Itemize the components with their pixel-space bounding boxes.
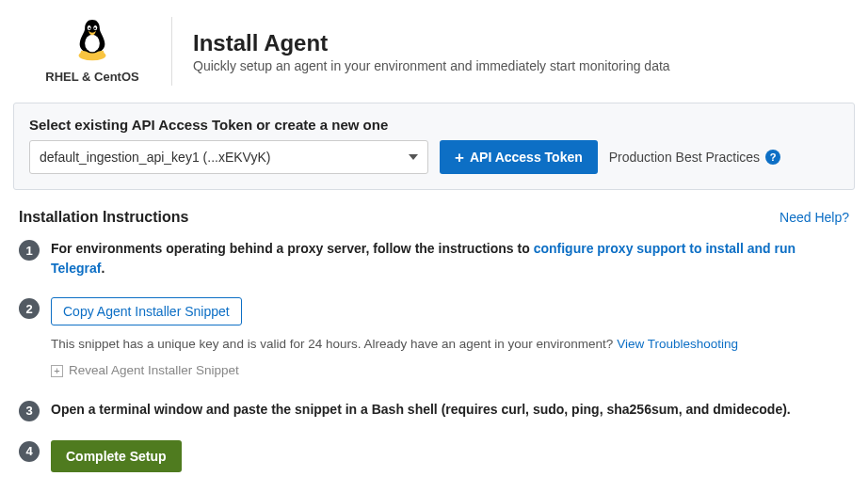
step-badge: 2 xyxy=(19,298,40,319)
troubleshooting-link[interactable]: View Troubleshooting xyxy=(617,337,738,351)
page-title: Install Agent xyxy=(193,30,670,56)
steps-list: 1 For environments operating behind a pr… xyxy=(13,239,855,472)
copy-snippet-button[interactable]: Copy Agent Installer Snippet xyxy=(51,297,242,325)
step-1-suffix: . xyxy=(101,261,104,276)
token-select[interactable]: default_ingestion_api_key1 (...xEKVyK) xyxy=(29,140,428,174)
instructions-head: Installation Instructions Need Help? xyxy=(13,209,855,226)
tux-icon xyxy=(72,17,112,66)
expand-icon: + xyxy=(51,365,63,377)
token-select-value: default_ingestion_api_key1 (...xEKVyK) xyxy=(40,150,270,165)
step-badge: 1 xyxy=(19,240,40,261)
token-heading: Select existing API Access Token or crea… xyxy=(29,117,839,133)
best-practices-link[interactable]: Production Best Practices ? xyxy=(609,150,780,165)
need-help-link[interactable]: Need Help? xyxy=(780,210,849,225)
os-label: RHEL & CentOS xyxy=(45,70,138,84)
svg-point-1 xyxy=(85,35,100,52)
reveal-snippet-label: Reveal Agent Installer Snippet xyxy=(69,361,239,380)
step-3: 3 Open a terminal window and paste the s… xyxy=(19,400,849,421)
step-body: Complete Setup xyxy=(51,440,849,472)
step-body: Open a terminal window and paste the sni… xyxy=(51,400,849,421)
os-icon-block: RHEL & CentOS xyxy=(13,13,171,89)
plus-icon: + xyxy=(455,150,464,166)
token-panel: Select existing API Access Token or crea… xyxy=(13,103,855,190)
svg-point-5 xyxy=(94,27,96,29)
step-3-text: Open a terminal window and paste the sni… xyxy=(51,402,791,417)
add-token-button[interactable]: + API Access Token xyxy=(440,140,598,174)
add-token-label: API Access Token xyxy=(470,150,583,165)
snippet-note: This snippet has a unique key and is val… xyxy=(51,335,849,354)
instructions-title: Installation Instructions xyxy=(19,209,188,226)
step-1-prefix: For environments operating behind a prox… xyxy=(51,241,534,256)
step-1: 1 For environments operating behind a pr… xyxy=(19,239,849,278)
page-subtitle: Quickly setup an agent in your environme… xyxy=(193,58,670,73)
token-row: default_ingestion_api_key1 (...xEKVyK) +… xyxy=(29,140,839,174)
reveal-snippet-toggle[interactable]: + Reveal Agent Installer Snippet xyxy=(51,361,239,380)
svg-point-4 xyxy=(88,27,90,29)
chevron-down-icon xyxy=(409,154,418,160)
step-body: Copy Agent Installer Snippet This snippe… xyxy=(51,297,849,381)
step-badge: 4 xyxy=(19,441,40,462)
title-block: Install Agent Quickly setup an agent in … xyxy=(172,13,670,89)
snippet-note-text: This snippet has a unique key and is val… xyxy=(51,337,617,351)
step-2: 2 Copy Agent Installer Snippet This snip… xyxy=(19,297,849,381)
step-badge: 3 xyxy=(19,401,40,421)
step-4: 4 Complete Setup xyxy=(19,440,849,472)
help-icon: ? xyxy=(765,150,780,165)
page-header: RHEL & CentOS Install Agent Quickly setu… xyxy=(13,13,855,89)
best-practices-label: Production Best Practices xyxy=(609,150,760,165)
complete-setup-button[interactable]: Complete Setup xyxy=(51,440,182,472)
step-body: For environments operating behind a prox… xyxy=(51,239,849,278)
